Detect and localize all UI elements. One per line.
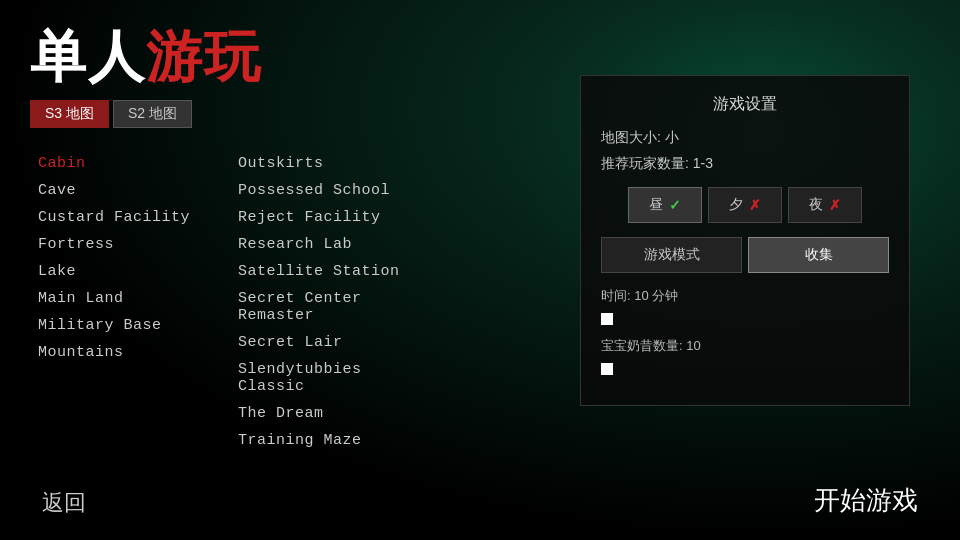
map-item-satellite[interactable]: Satellite Station: [230, 258, 430, 285]
map-size-label: 地图大小: 小: [601, 129, 889, 147]
time-buttons: 昼 ✓ 夕 ✗ 夜 ✗: [601, 187, 889, 223]
map-item-outskirts[interactable]: Outskirts: [230, 150, 430, 177]
night-label: 夜: [809, 196, 823, 214]
map-item-mainland[interactable]: Main Land: [30, 285, 230, 312]
time-btn-day[interactable]: 昼 ✓: [628, 187, 702, 223]
map-item-fortress[interactable]: Fortress: [30, 231, 230, 258]
map-item-training[interactable]: Training Maze: [230, 427, 430, 454]
recommended-players-label: 推荐玩家数量: 1-3: [601, 155, 889, 173]
dusk-label: 夕: [729, 196, 743, 214]
custard-setting-label: 宝宝奶昔数量: 10: [601, 337, 889, 355]
map-item-lake[interactable]: Lake: [30, 258, 230, 285]
back-button[interactable]: 返回: [30, 482, 98, 524]
header: 单人游玩 S3 地图 S2 地图: [30, 20, 262, 128]
main-content: 单人游玩 S3 地图 S2 地图 Cabin Cave Custard Faci…: [0, 0, 960, 540]
tab-s2[interactable]: S2 地图: [113, 100, 192, 128]
map-item-dream[interactable]: The Dream: [230, 400, 430, 427]
day-label: 昼: [649, 196, 663, 214]
day-check-icon: ✓: [669, 197, 681, 213]
map-item-reject[interactable]: Reject Facility: [230, 204, 430, 231]
night-cross-icon: ✗: [829, 197, 841, 213]
map-item-custard[interactable]: Custard Facility: [30, 204, 230, 231]
mode-btn-collect[interactable]: 收集: [748, 237, 889, 273]
map-item-secret-center[interactable]: Secret Center Remaster: [230, 285, 430, 329]
map-item-military[interactable]: Military Base: [30, 312, 230, 339]
time-setting-label: 时间: 10 分钟: [601, 287, 889, 305]
map-col-2: Outskirts Possessed School Reject Facili…: [230, 150, 430, 454]
map-item-slendytubbies[interactable]: Slendytubbies Classic: [230, 356, 430, 400]
map-columns: Cabin Cave Custard Facility Fortress Lak…: [30, 150, 480, 454]
map-list: Cabin Cave Custard Facility Fortress Lak…: [30, 150, 480, 454]
time-btn-night[interactable]: 夜 ✗: [788, 187, 862, 223]
map-item-mountains[interactable]: Mountains: [30, 339, 230, 366]
tab-s3[interactable]: S3 地图: [30, 100, 109, 128]
time-setting: 时间: 10 分钟: [601, 287, 889, 327]
time-checkbox[interactable]: [601, 313, 613, 325]
settings-title: 游戏设置: [601, 94, 889, 115]
page-title: 单人游玩: [30, 20, 262, 96]
map-item-cave[interactable]: Cave: [30, 177, 230, 204]
start-button[interactable]: 开始游戏: [802, 477, 930, 524]
map-col-1: Cabin Cave Custard Facility Fortress Lak…: [30, 150, 230, 454]
tabs: S3 地图 S2 地图: [30, 100, 262, 128]
title-white: 单人: [30, 25, 146, 88]
map-item-secret-lair[interactable]: Secret Lair: [230, 329, 430, 356]
dusk-cross-icon: ✗: [749, 197, 761, 213]
time-btn-dusk[interactable]: 夕 ✗: [708, 187, 782, 223]
mode-btn-game[interactable]: 游戏模式: [601, 237, 742, 273]
map-item-research[interactable]: Research Lab: [230, 231, 430, 258]
mode-buttons: 游戏模式 收集: [601, 237, 889, 273]
title-red: 游玩: [146, 25, 262, 88]
settings-panel: 游戏设置 地图大小: 小 推荐玩家数量: 1-3 昼 ✓ 夕 ✗ 夜 ✗ 游戏模…: [580, 75, 910, 406]
map-item-possessed[interactable]: Possessed School: [230, 177, 430, 204]
custard-checkbox[interactable]: [601, 363, 613, 375]
custard-setting: 宝宝奶昔数量: 10: [601, 337, 889, 377]
map-item-cabin[interactable]: Cabin: [30, 150, 230, 177]
